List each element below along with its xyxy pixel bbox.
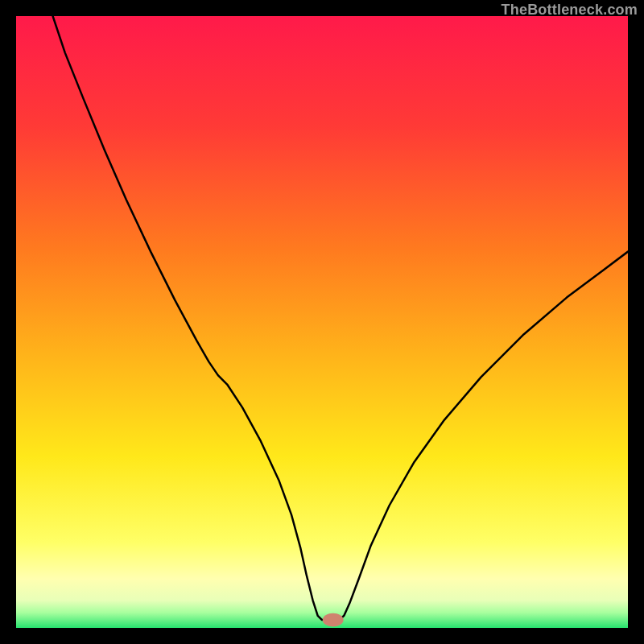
minimum-marker [323,613,344,627]
bottleneck-chart [16,16,628,628]
plot-area [16,16,628,628]
chart-frame: TheBottleneck.com [0,0,644,644]
gradient-background [16,16,628,628]
